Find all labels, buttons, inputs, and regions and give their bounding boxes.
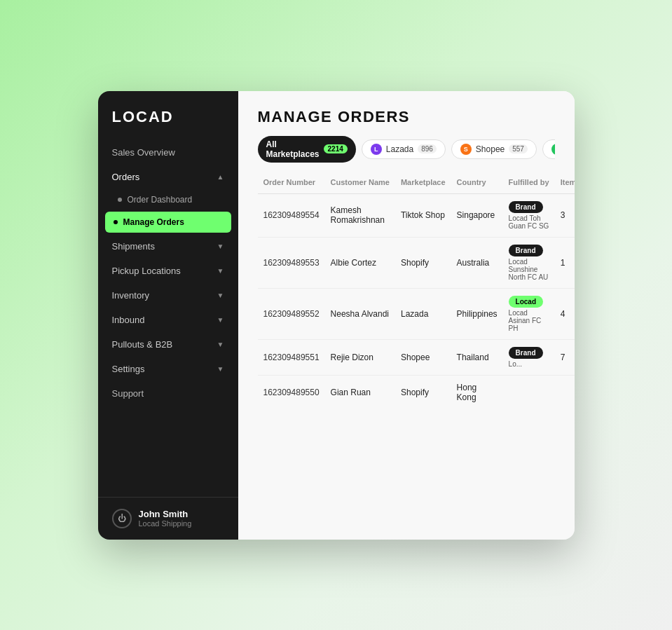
cell-items: 4 (555, 288, 575, 339)
orders-tbody: 162309489554 Kamesh Romakrishnan Tiktok … (258, 193, 575, 409)
tab-shopee[interactable]: S Shopee 557 (451, 139, 537, 159)
cell-fulfilled (503, 375, 555, 409)
table-row: 162309489551 Rejie Dizon Shopee Thailand… (258, 339, 575, 375)
fulfilled-badge: Brand (509, 245, 543, 256)
sidebar-item-pullouts[interactable]: Pullouts & B2B ▼ (98, 332, 238, 357)
tab-all-label: All Marketplaces (266, 139, 320, 159)
sidebar-item-inventory[interactable]: Inventory ▼ (98, 283, 238, 308)
app-container: LOCAD Sales Overview Orders ▲ Order Dash… (98, 91, 575, 540)
sidebar-item-manage-orders[interactable]: Manage Orders (105, 212, 231, 233)
chevron-down-icon: ▼ (217, 316, 224, 324)
marketplace-tabs: All Marketplaces 2214 L Lazada 896 S Sho… (258, 136, 555, 163)
cell-marketplace: Lazada (395, 288, 451, 339)
warehouse-text: Locad Sunshine North FC AU (509, 258, 549, 281)
sidebar-footer: ⏻ John Smith Locad Shipping (98, 497, 238, 540)
cell-fulfilled: Brand Locad Sunshine North FC AU (503, 237, 555, 288)
cell-order-num: 162309489552 (258, 288, 325, 339)
chevron-down-icon: ▼ (217, 242, 224, 250)
cell-marketplace: Shopify (395, 237, 451, 288)
cell-country: Philippines (451, 288, 503, 339)
tab-shopee-badge: 557 (509, 144, 528, 153)
tab-all-badge: 2214 (324, 144, 348, 153)
col-country: Country (451, 171, 503, 194)
cell-order-num: 162309489550 (258, 375, 325, 409)
sidebar-item-orders[interactable]: Orders ▲ (98, 165, 238, 189)
cell-customer: Neesha Alvandi (325, 288, 395, 339)
warehouse-text: Locad Asinan FC PH (509, 309, 549, 332)
cell-fulfilled: Locad Locad Asinan FC PH (503, 288, 555, 339)
chevron-down-icon: ▼ (217, 292, 224, 299)
sidebar-item-shipments[interactable]: Shipments ▼ (98, 234, 238, 259)
cell-items: 3 (555, 193, 575, 237)
cell-items (555, 375, 575, 409)
cell-customer: Albie Cortez (325, 237, 395, 288)
sidebar: LOCAD Sales Overview Orders ▲ Order Dash… (98, 91, 238, 540)
cell-customer: Kamesh Romakrishnan (325, 193, 395, 237)
user-info: John Smith Locad Shipping (139, 509, 192, 528)
table-row: 162309489553 Albie Cortez Shopify Austra… (258, 237, 575, 288)
chevron-down-icon: ▼ (217, 341, 224, 348)
cell-marketplace: Tiktok Shop (395, 193, 451, 237)
cell-order-num: 162309489551 (258, 339, 325, 375)
orders-table: Order Number Customer Name Marketplace C… (258, 171, 575, 409)
user-company: Locad Shipping (139, 519, 192, 528)
sidebar-item-settings[interactable]: Settings ▼ (98, 357, 238, 381)
main-header: MANAGE ORDERS All Marketplaces 2214 L La… (238, 91, 575, 171)
table-row: 162309489552 Neesha Alvandi Lazada Phili… (258, 288, 575, 339)
cell-items: 7 (555, 339, 575, 375)
dot-active-icon (114, 220, 118, 224)
cell-order-num: 162309489553 (258, 237, 325, 288)
tab-lazada[interactable]: L Lazada 896 (362, 139, 446, 159)
cell-order-num: 162309489554 (258, 193, 325, 237)
tab-lazada-label: Lazada (386, 144, 413, 154)
col-items: Items (555, 171, 575, 194)
power-icon[interactable]: ⏻ (112, 509, 132, 528)
warehouse-text: Locad Toh Guan FC SG (509, 214, 549, 230)
fulfilled-badge: Locad (509, 296, 543, 308)
shopify-icon: S (551, 144, 555, 155)
warehouse-text: Lo... (509, 360, 549, 368)
sidebar-item-support[interactable]: Support (98, 381, 238, 406)
cell-fulfilled: Brand Lo... (503, 339, 555, 375)
chevron-down-icon: ▼ (217, 267, 224, 275)
table-header: Order Number Customer Name Marketplace C… (258, 171, 575, 194)
tab-lazada-badge: 896 (418, 144, 437, 153)
cell-customer: Rejie Dizon (325, 339, 395, 375)
cell-country: Thailand (451, 339, 503, 375)
tab-all-marketplaces[interactable]: All Marketplaces 2214 (258, 136, 356, 163)
table-row: 162309489550 Gian Ruan Shopify Hong Kong (258, 375, 575, 409)
main-content: MANAGE ORDERS All Marketplaces 2214 L La… (238, 91, 575, 540)
lazada-icon: L (371, 144, 382, 155)
sidebar-item-pickup-locations[interactable]: Pickup Locations ▼ (98, 259, 238, 283)
cell-items: 1 (555, 237, 575, 288)
cell-country: Hong Kong (451, 375, 503, 409)
cell-country: Australia (451, 237, 503, 288)
table-row: 162309489554 Kamesh Romakrishnan Tiktok … (258, 193, 575, 237)
user-name: John Smith (139, 509, 192, 519)
chevron-up-icon: ▲ (217, 173, 224, 181)
cell-customer: Gian Ruan (325, 375, 395, 409)
cell-country: Singapore (451, 193, 503, 237)
cell-marketplace: Shopify (395, 375, 451, 409)
col-customer-name: Customer Name (325, 171, 395, 194)
sidebar-item-sales-overview[interactable]: Sales Overview (98, 140, 238, 165)
dot-icon (118, 198, 122, 202)
col-marketplace: Marketplace (395, 171, 451, 194)
cell-marketplace: Shopee (395, 339, 451, 375)
logo: LOCAD (98, 91, 238, 140)
tab-shopee-label: Shopee (476, 144, 505, 154)
cell-fulfilled: Brand Locad Toh Guan FC SG (503, 193, 555, 237)
fulfilled-badge: Brand (509, 347, 543, 359)
page-title: MANAGE ORDERS (258, 108, 555, 126)
col-order-number: Order Number (258, 171, 325, 194)
col-fulfilled-by: Fulfilled by (503, 171, 555, 194)
sidebar-item-inbound[interactable]: Inbound ▼ (98, 308, 238, 332)
shopee-icon: S (460, 144, 472, 155)
sidebar-item-order-dashboard[interactable]: Order Dashboard (98, 189, 238, 210)
chevron-down-icon: ▼ (217, 365, 224, 373)
fulfilled-badge: Brand (509, 201, 543, 213)
tab-shopify[interactable]: S Shopify 5 (542, 139, 555, 159)
orders-table-container: Order Number Customer Name Marketplace C… (238, 171, 575, 540)
